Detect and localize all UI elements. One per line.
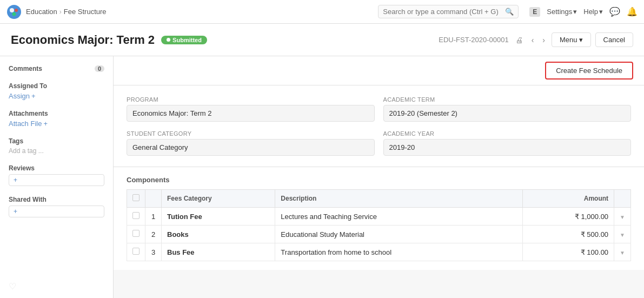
create-fee-schedule-button[interactable]: Create Fee Schedule xyxy=(545,62,633,80)
comments-label: Comments xyxy=(9,65,42,72)
row-dropdown[interactable]: ▼ xyxy=(614,208,631,226)
sidebar-attachments: Attachments Attach File + xyxy=(9,110,104,128)
row-description: Lectures and Teaching Service xyxy=(275,208,523,226)
attach-file-link[interactable]: Attach File + xyxy=(9,120,104,128)
next-icon[interactable]: › xyxy=(540,35,547,45)
main-layout: Comments 0 Assigned To Assign + Attachme… xyxy=(0,56,644,298)
breadcrumb: Education › Fee Structure xyxy=(26,8,107,16)
topnav-right: E Settings ▾ Help ▾ 💬 🔔 xyxy=(529,6,638,17)
student-category-field: Student Category General Category xyxy=(127,130,375,156)
cancel-button[interactable]: Cancel xyxy=(595,32,633,47)
student-category-value[interactable]: General Category xyxy=(127,139,375,156)
search-icon: 🔍 xyxy=(505,8,514,16)
program-value[interactable]: Economics Major: Term 2 xyxy=(127,105,375,122)
row-checkbox-cell xyxy=(127,243,145,261)
assign-link[interactable]: Assign + xyxy=(9,92,104,100)
prev-icon[interactable]: ‹ xyxy=(529,35,536,45)
row-dropdown[interactable]: ▼ xyxy=(614,243,631,261)
sidebar-tags: Tags Add a tag ... xyxy=(9,137,104,155)
app-logo xyxy=(6,4,22,19)
row-dropdown[interactable]: ▼ xyxy=(614,226,631,243)
row-description: Educational Study Material xyxy=(275,226,523,243)
table-row: 3 Bus Fee Transportation from home to sc… xyxy=(127,243,631,261)
sidebar: Comments 0 Assigned To Assign + Attachme… xyxy=(0,56,114,298)
th-num xyxy=(145,190,162,208)
sidebar-reviews: Reviews + xyxy=(9,164,104,186)
sidebar-assigned-to: Assigned To Assign + xyxy=(9,82,104,100)
document-header: Economics Major: Term 2 Submitted EDU-FS… xyxy=(0,24,644,56)
form-section: Program Economics Major: Term 2 Academic… xyxy=(114,85,644,167)
row-amount: ₹ 100.00 xyxy=(523,243,614,261)
user-badge: E xyxy=(529,7,540,17)
comments-count: 0 xyxy=(95,65,104,72)
search-input[interactable] xyxy=(383,8,502,16)
row-fees-category: Books xyxy=(162,226,275,243)
academic-term-field: Academic Term 2019-20 (Semester 2) xyxy=(383,96,632,122)
th-amount: Amount xyxy=(523,190,614,208)
row-description: Transportation from home to school xyxy=(275,243,523,261)
form-grid: Program Economics Major: Term 2 Academic… xyxy=(127,96,631,156)
table-row: 1 Tution Fee Lectures and Teaching Servi… xyxy=(127,208,631,226)
add-tag-link[interactable]: Add a tag ... xyxy=(9,147,104,155)
help-button[interactable]: Help ▾ xyxy=(583,8,603,16)
row-checkbox[interactable] xyxy=(132,212,140,219)
document-header-right: EDU-FST-2020-00001 🖨 ‹ › Menu ▾ Cancel xyxy=(439,32,633,47)
th-fees-category: Fees Category xyxy=(162,190,275,208)
top-navbar: Education › Fee Structure 🔍 E Settings ▾… xyxy=(0,0,644,24)
student-category-label: Student Category xyxy=(127,130,375,137)
academic-year-value[interactable]: 2019-20 xyxy=(383,139,632,156)
row-dropdown-arrow[interactable]: ▼ xyxy=(620,232,625,238)
svg-point-2 xyxy=(15,9,18,12)
row-number: 3 xyxy=(145,243,162,261)
row-dropdown-arrow[interactable]: ▼ xyxy=(620,214,625,220)
status-badge: Submitted xyxy=(161,36,207,44)
document-title: Economics Major: Term 2 xyxy=(11,33,155,47)
status-dot xyxy=(167,38,170,42)
menu-button[interactable]: Menu ▾ xyxy=(552,32,591,47)
table-row: 2 Books Educational Study Material ₹ 500… xyxy=(127,226,631,243)
content-area: Create Fee Schedule Program Economics Ma… xyxy=(114,56,644,298)
tags-label: Tags xyxy=(9,137,23,145)
row-amount: ₹ 1,000.00 xyxy=(523,208,614,226)
row-number: 2 xyxy=(145,226,162,243)
row-checkbox[interactable] xyxy=(132,248,140,255)
components-table: Fees Category Description Amount 1 Tutio… xyxy=(127,189,631,261)
sidebar-like[interactable]: ♡ xyxy=(9,275,104,292)
breadcrumb-education[interactable]: Education xyxy=(26,8,57,16)
assigned-to-label: Assigned To xyxy=(9,82,47,90)
program-field: Program Economics Major: Term 2 xyxy=(127,96,375,122)
academic-year-label: Academic Year xyxy=(383,130,632,137)
row-fees-category: Bus Fee xyxy=(162,243,275,261)
academic-term-value[interactable]: 2019-20 (Semester 2) xyxy=(383,105,632,122)
program-label: Program xyxy=(127,96,375,103)
settings-button[interactable]: Settings ▾ xyxy=(547,8,577,16)
svg-point-1 xyxy=(10,8,14,12)
academic-year-field: Academic Year 2019-20 xyxy=(383,130,632,156)
table-header-row: Fees Category Description Amount xyxy=(127,190,631,208)
row-dropdown-arrow[interactable]: ▼ xyxy=(620,250,625,256)
sidebar-comments: Comments 0 xyxy=(9,65,104,72)
add-review-button[interactable]: + xyxy=(9,174,104,186)
academic-term-label: Academic Term xyxy=(383,96,632,103)
svg-point-3 xyxy=(12,12,16,16)
breadcrumb-fee-structure[interactable]: Fee Structure xyxy=(64,8,107,16)
add-shared-button[interactable]: + xyxy=(9,206,104,217)
row-checkbox-cell xyxy=(127,208,145,226)
select-all-checkbox[interactable] xyxy=(132,194,140,201)
search-bar[interactable]: 🔍 xyxy=(378,5,519,18)
reviews-label: Reviews xyxy=(9,164,35,172)
shared-with-label: Shared With xyxy=(9,196,47,203)
attachments-label: Attachments xyxy=(9,110,48,117)
print-icon[interactable]: 🖨 xyxy=(513,35,525,45)
row-number: 1 xyxy=(145,208,162,226)
th-actions xyxy=(614,190,631,208)
th-checkbox xyxy=(127,190,145,208)
chat-icon[interactable]: 💬 xyxy=(609,6,620,17)
row-checkbox-cell xyxy=(127,226,145,243)
components-title: Components xyxy=(127,176,631,184)
content-toolbar: Create Fee Schedule xyxy=(114,56,644,85)
bell-icon[interactable]: 🔔 xyxy=(627,6,638,17)
components-section: Components Fees Category Description Amo… xyxy=(114,167,644,270)
row-checkbox[interactable] xyxy=(132,230,140,237)
sidebar-shared-with: Shared With + xyxy=(9,196,104,217)
